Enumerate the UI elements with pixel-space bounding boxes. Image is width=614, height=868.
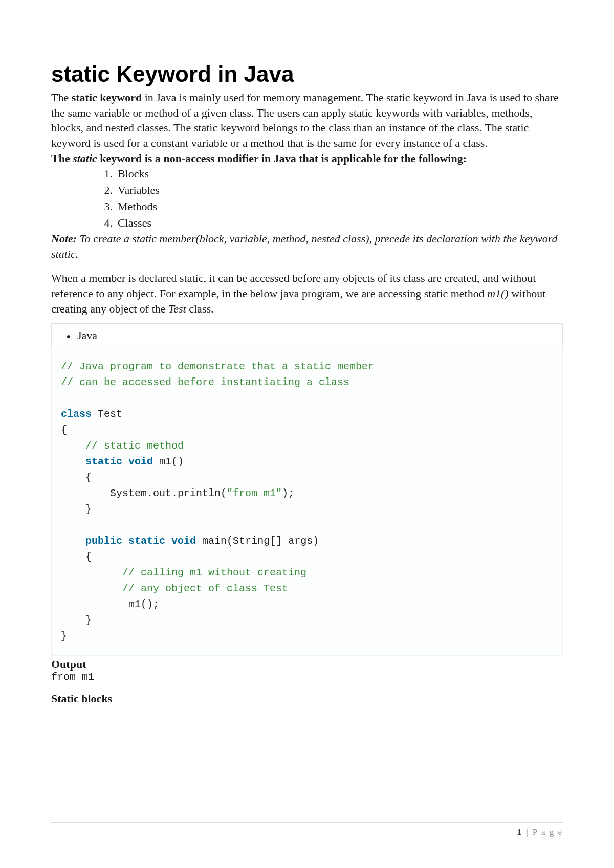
page-word: P a g e xyxy=(533,827,563,837)
explain-t1: When a member is declared static, it can… xyxy=(51,272,536,300)
explain-paragraph: When a member is declared static, it can… xyxy=(51,271,563,316)
code-keyword: void xyxy=(171,535,196,547)
code-brace: } xyxy=(85,503,92,515)
code-brace: { xyxy=(85,551,92,563)
output-label: Output xyxy=(51,658,563,671)
list-number: 1. xyxy=(97,166,113,182)
applicable-kw: static xyxy=(73,152,97,165)
list-number: 2. xyxy=(97,182,113,198)
intro-paragraph: The static keyword in Java is mainly use… xyxy=(51,90,563,151)
list-item: 3.Methods xyxy=(97,198,563,215)
list-label: Variables xyxy=(118,182,160,198)
output-value: from m1 xyxy=(51,671,563,683)
code-ident: Test xyxy=(98,408,122,420)
code-keyword: void xyxy=(128,456,153,468)
page-title: static Keyword in Java xyxy=(51,61,563,87)
list-item: 2.Variables xyxy=(97,182,563,198)
code-keyword: class xyxy=(61,408,92,420)
page-number: 1 xyxy=(517,827,521,837)
explain-method: m1() xyxy=(487,287,509,300)
intro-keyword: static keyword xyxy=(72,91,142,104)
code-brace: { xyxy=(85,472,92,483)
note-label: Note: xyxy=(51,232,77,245)
bullet-icon: ● xyxy=(60,332,77,341)
code-string: "from m1" xyxy=(227,487,282,499)
code-comment: // any object of class Test xyxy=(122,583,288,594)
list-item: 1.Blocks xyxy=(97,166,563,182)
code-brace: } xyxy=(85,614,92,626)
applicable-heading: The static keyword is a non-access modif… xyxy=(51,151,563,166)
code-call: m1(); xyxy=(128,598,159,610)
code-comment: // static method xyxy=(85,440,184,452)
list-number: 3. xyxy=(97,198,113,215)
applicable-pre: The xyxy=(51,152,73,165)
code-keyword: static xyxy=(85,456,122,468)
page-footer: 1 | P a g e xyxy=(51,822,563,837)
code-keyword: static xyxy=(128,535,165,547)
code-lang-label: Java xyxy=(77,329,97,342)
list-label: Blocks xyxy=(118,166,149,182)
section-heading: Static blocks xyxy=(51,692,563,705)
note-line: Note: To create a static member(block, v… xyxy=(51,231,563,261)
code-lang-tab: ●Java xyxy=(51,323,563,346)
code-comment: // can be accessed before instantiating … xyxy=(61,376,349,388)
code-call: System.out.println( xyxy=(110,487,227,499)
intro-before: The xyxy=(51,91,72,104)
code-comment: // calling m1 without creating xyxy=(122,567,306,578)
code-brace: { xyxy=(61,424,67,436)
explain-class: Test xyxy=(168,302,186,315)
code-punc: ); xyxy=(282,487,294,499)
note-text: To create a static member(block, variabl… xyxy=(51,232,558,260)
list-label: Methods xyxy=(118,198,157,215)
code-ident: m1() xyxy=(159,456,184,468)
code-brace: } xyxy=(61,630,67,642)
list-label: Classes xyxy=(118,215,151,231)
list-number: 4. xyxy=(97,215,113,231)
code-ident: main(String[] args) xyxy=(202,535,319,547)
applicable-list: 1.Blocks 2.Variables 3.Methods 4.Classes xyxy=(97,166,563,231)
explain-t3: class. xyxy=(186,302,214,315)
code-block: // Java program to demonstrate that a st… xyxy=(51,347,563,656)
code-keyword: public xyxy=(85,535,122,547)
applicable-post: keyword is a non-access modifier in Java… xyxy=(97,152,467,165)
code-comment: // Java program to demonstrate that a st… xyxy=(61,361,374,372)
list-item: 4.Classes xyxy=(97,215,563,231)
